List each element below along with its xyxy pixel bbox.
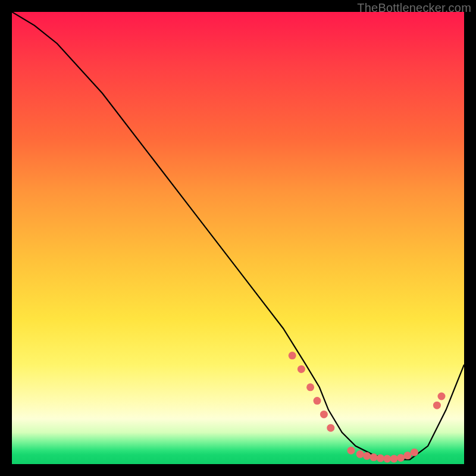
curve-marker (320, 411, 328, 418)
curve-marker (347, 447, 355, 455)
curve-marker (298, 365, 305, 373)
curve-markers (289, 352, 446, 462)
curve-marker (314, 397, 321, 405)
curve-marker (383, 455, 391, 462)
curve-marker (356, 450, 364, 458)
plot-area (12, 12, 464, 464)
curve-marker (370, 453, 378, 461)
bottleneck-curve (12, 12, 464, 459)
curve-marker (327, 424, 334, 432)
chart-frame: TheBottlenecker.com (0, 0, 476, 476)
curve-marker (411, 449, 418, 456)
curve-marker (397, 454, 405, 462)
curve-marker (306, 383, 314, 391)
curve-marker (289, 352, 296, 359)
watermark-text: TheBottlenecker.com (357, 1, 471, 15)
curve-marker (433, 402, 441, 409)
curve-marker (404, 452, 412, 459)
curve-layer (12, 12, 464, 464)
curve-marker (390, 455, 398, 462)
curve-marker (377, 455, 384, 462)
curve-marker (363, 452, 371, 460)
curve-marker (438, 393, 446, 400)
